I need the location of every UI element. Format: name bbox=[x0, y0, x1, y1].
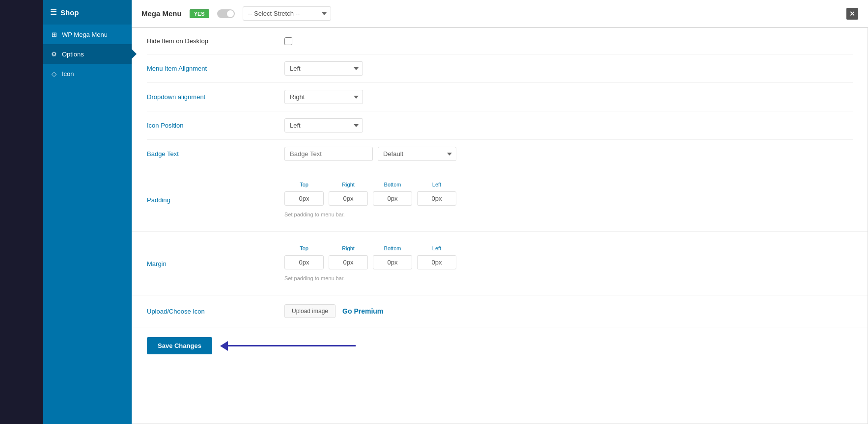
margin-fields bbox=[284, 255, 456, 269]
form-row-badge-text: Badge Text Default Primary Success Warni… bbox=[147, 140, 853, 168]
form-row-menu-item-alignment: Menu Item Alignment Left Right Center bbox=[147, 54, 853, 83]
padding-top-header: Top bbox=[284, 182, 324, 187]
padding-bottom-header: Bottom bbox=[373, 182, 412, 187]
margin-section: Margin Top Right Bottom Left Set padd bbox=[132, 232, 868, 295]
padding-section: Padding Top Right Bottom Left Set pad bbox=[132, 168, 868, 232]
menu-item-alignment-control: Left Right Center bbox=[284, 61, 363, 76]
upload-section: Upload/Choose Icon Upload image Go Premi… bbox=[132, 295, 868, 327]
margin-left-header: Left bbox=[417, 245, 456, 251]
yes-badge: YES bbox=[190, 9, 209, 18]
dropdown-alignment-control: Left Right Center bbox=[284, 90, 363, 104]
menu-item-alignment-select[interactable]: Left Right Center bbox=[284, 61, 363, 76]
padding-left-header: Left bbox=[417, 182, 456, 187]
arrow-indicator bbox=[221, 341, 356, 351]
arrow-head bbox=[220, 341, 228, 351]
padding-fields bbox=[284, 191, 456, 206]
sidebar-item-wp-mega-menu[interactable]: ⊞ WP Mega Menu bbox=[43, 25, 132, 44]
padding-left-input[interactable] bbox=[417, 191, 456, 206]
padding-col-headers: Top Right Bottom Left bbox=[284, 182, 456, 187]
hide-item-control bbox=[284, 37, 292, 45]
margin-inputs: Top Right Bottom Left Set padding to men… bbox=[284, 245, 456, 288]
sidebar-title: Shop bbox=[60, 8, 79, 17]
padding-right-header: Right bbox=[329, 182, 368, 187]
badge-text-control: Default Primary Success Warning Danger bbox=[284, 147, 456, 161]
padding-hint: Set padding to menu bar. bbox=[284, 212, 456, 224]
badge-text-input[interactable] bbox=[284, 147, 373, 161]
margin-right-header: Right bbox=[329, 245, 368, 251]
badge-style-select[interactable]: Default Primary Success Warning Danger bbox=[378, 147, 456, 161]
upload-label: Upload/Choose Icon bbox=[147, 308, 284, 315]
sidebar-item-label: Icon bbox=[62, 70, 74, 78]
blue-sidebar: ☰ Shop ⊞ WP Mega Menu ⚙ Options ◇ Icon bbox=[43, 0, 132, 424]
margin-bottom-input[interactable] bbox=[373, 255, 412, 269]
padding-bottom-input[interactable] bbox=[373, 191, 412, 206]
go-premium-link[interactable]: Go Premium bbox=[342, 307, 383, 315]
margin-top-header: Top bbox=[284, 245, 324, 251]
icon-position-control: Left Right bbox=[284, 118, 363, 132]
save-section: Save Changes bbox=[132, 327, 868, 364]
padding-right-input[interactable] bbox=[329, 191, 368, 206]
sidebar-item-icon[interactable]: ◇ Icon bbox=[43, 64, 132, 83]
padding-top-input[interactable] bbox=[284, 191, 324, 206]
dropdown-alignment-label: Dropdown alignment bbox=[147, 93, 284, 101]
padding-inputs: Top Right Bottom Left Set padding to men… bbox=[284, 182, 456, 224]
margin-left-input[interactable] bbox=[417, 255, 456, 269]
upload-image-button[interactable]: Upload image bbox=[284, 304, 336, 318]
form-row-icon-position: Icon Position Left Right bbox=[147, 111, 853, 140]
margin-label: Margin bbox=[147, 245, 284, 267]
dropdown-alignment-select[interactable]: Left Right Center bbox=[284, 90, 363, 104]
sidebar-item-label: WP Mega Menu bbox=[62, 31, 108, 38]
close-button[interactable]: ✕ bbox=[846, 8, 858, 20]
toggle-switch[interactable] bbox=[217, 9, 235, 18]
content-panel: Hide Item on Desktop Menu Item Alignment… bbox=[132, 27, 868, 424]
margin-row: Margin Top Right Bottom Left Set padd bbox=[147, 238, 853, 295]
hide-item-checkbox[interactable] bbox=[284, 37, 292, 45]
diamond-icon: ◇ bbox=[50, 70, 58, 78]
sidebar-item-label: Options bbox=[62, 51, 84, 58]
sidebar-item-options[interactable]: ⚙ Options bbox=[43, 44, 132, 64]
form-section: Hide Item on Desktop Menu Item Alignment… bbox=[132, 28, 868, 168]
icon-position-select[interactable]: Left Right bbox=[284, 118, 363, 132]
sidebar-header[interactable]: ☰ Shop bbox=[43, 0, 132, 25]
save-changes-button[interactable]: Save Changes bbox=[147, 337, 212, 354]
top-header: Mega Menu YES -- Select Stretch -- Full … bbox=[132, 0, 868, 27]
margin-bottom-header: Bottom bbox=[373, 245, 412, 251]
hide-item-label: Hide Item on Desktop bbox=[147, 37, 284, 45]
margin-right-input[interactable] bbox=[329, 255, 368, 269]
gear-icon: ⚙ bbox=[50, 50, 58, 58]
margin-hint: Set padding to menu bar. bbox=[284, 275, 456, 288]
mega-menu-label: Mega Menu bbox=[141, 9, 182, 18]
dark-sidebar bbox=[0, 0, 43, 424]
menu-icon: ☰ bbox=[50, 8, 56, 17]
icon-position-label: Icon Position bbox=[147, 122, 284, 129]
menu-item-alignment-label: Menu Item Alignment bbox=[147, 65, 284, 72]
margin-top-input[interactable] bbox=[284, 255, 324, 269]
form-row-hide-item: Hide Item on Desktop bbox=[147, 28, 853, 54]
badge-text-label: Badge Text bbox=[147, 150, 284, 158]
form-row-dropdown-alignment: Dropdown alignment Left Right Center bbox=[147, 83, 853, 111]
grid-icon: ⊞ bbox=[50, 30, 58, 38]
toggle-knob bbox=[227, 10, 234, 17]
arrow-line bbox=[228, 345, 356, 346]
select-stretch-dropdown[interactable]: -- Select Stretch -- Full Width Half Wid… bbox=[243, 6, 331, 21]
main-area: Mega Menu YES -- Select Stretch -- Full … bbox=[132, 0, 868, 424]
padding-label: Padding bbox=[147, 182, 284, 204]
padding-row: Padding Top Right Bottom Left Set pad bbox=[147, 175, 853, 231]
margin-col-headers: Top Right Bottom Left bbox=[284, 245, 456, 251]
